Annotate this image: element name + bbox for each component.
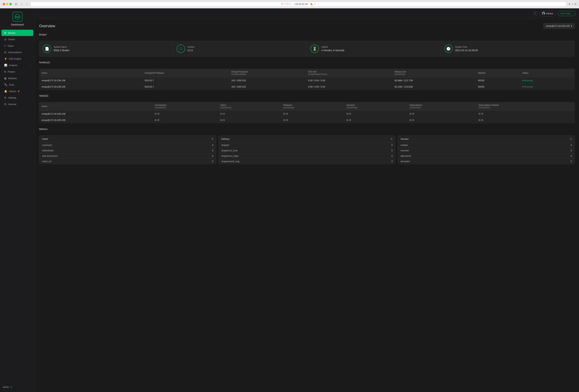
address-bar[interactable]: 🛡 不安全 — 120.55.62.40 🔖 ↻ (31, 2, 567, 6)
chevron-icon: › (30, 58, 31, 60)
metrics-key: discarded (401, 160, 410, 163)
sidebar-item-analysis[interactable]: 📊Analysis› (1, 62, 33, 68)
sidebar-item-general[interactable]: ☰General› (1, 101, 33, 107)
trial-label: Free Trial → (560, 12, 573, 15)
metrics-key: takeovered (401, 155, 411, 157)
sidebar-item-clients[interactable]: ◎Clients (1, 36, 33, 42)
metrics-row: created 0 (398, 143, 575, 148)
node-erlang: R22/10.7 (142, 84, 229, 90)
stat-topics: 0 / 0 (218, 111, 281, 117)
dot-maximize[interactable] (9, 3, 12, 5)
alarm-badge (18, 90, 19, 92)
help-button[interactable]: ? (533, 11, 537, 16)
sidebar-item-subscriptions[interactable]: ⊟Subscriptions (1, 49, 33, 55)
sidebar-item-rule-engine[interactable]: ⚡Rule Engine› (1, 56, 33, 62)
metrics-card-delivery: Delivery ⇅ dropped 0 dropped.no_local 0 … (218, 135, 396, 164)
sidebar-item-label: General (8, 103, 16, 105)
node-processes: 315 / 2097152 (229, 84, 306, 90)
tabs-icon[interactable]: ⧉ (575, 3, 576, 5)
sidebar-item-tools[interactable]: 🔧Tools› (1, 81, 33, 88)
sort-icon[interactable]: ⇅ (212, 138, 213, 140)
stat-shared: 0 / 0 (476, 117, 575, 123)
stat-topics: 0 / 0 (218, 117, 281, 123)
forward-button[interactable]: › (25, 2, 28, 6)
sort-icon[interactable]: ⇅ (570, 138, 572, 140)
settings-icon: ⚙ (4, 96, 6, 99)
sidebar-logo: EMQ Dashboard (0, 8, 35, 29)
metrics-key: connected (42, 144, 52, 146)
version-icon: ⬡ (177, 45, 185, 53)
github-label: GitHub (546, 12, 553, 15)
reader-icon: 🔖 (310, 3, 313, 5)
broker-card-label: System Time (455, 46, 571, 48)
col-cpu: CPU Info(1load/5load/15load) (306, 69, 392, 78)
security-warning: 不安全 — (285, 3, 293, 5)
chevron-icon: › (30, 103, 31, 105)
sidebar-bottom: admin ⎋ (0, 382, 35, 392)
metrics-card-title: Session (401, 138, 409, 140)
browser-actions: ⬆ + ⧉ (569, 3, 576, 5)
metrics-value: 0 (571, 155, 572, 157)
dot-close[interactable] (3, 3, 5, 5)
refresh-icon[interactable]: ↻ (314, 3, 316, 5)
metrics-key: dropped.too_large (221, 155, 238, 157)
node-memory: 92.15M / 123.91M (392, 84, 476, 90)
chevron-icon: › (30, 64, 31, 66)
sidebar-item-plugins[interactable]: ⧉Plugins (1, 69, 33, 75)
node-selector[interactable]: emqx@172.16.239.108 ▾ (543, 23, 575, 29)
back-button[interactable]: ‹ (20, 2, 23, 6)
broker-section: Broker 📄 System Name EMQ X Broker ⬡ Vers… (39, 33, 575, 57)
sidebar-item-modules[interactable]: ▦Modules (1, 75, 33, 81)
plugins-icon: ⧉ (4, 70, 6, 73)
status-dot (522, 80, 523, 81)
emq-logo: EMQ (12, 12, 22, 22)
metrics-key: created (401, 144, 408, 146)
sidebar-item-settings[interactable]: ⚙Settings (1, 94, 33, 101)
page-title: Overview (39, 24, 55, 28)
metrics-row: resumed 0 (398, 148, 575, 153)
nodes-table: Name Erlang/OTP Release Erlang Processes… (39, 69, 575, 90)
sort-icon[interactable]: ⇅ (391, 138, 392, 140)
free-trial-button[interactable]: Free Trial → (558, 11, 576, 16)
stats-col-shared: Subscriptions Shared(count/max) (476, 102, 575, 111)
main-content: Overview emqx@172.16.239.108 ▾ Broker 📄 … (35, 19, 579, 392)
sidebar-item-alarms[interactable]: 🔔Alarms (1, 88, 33, 94)
share-icon[interactable]: ⬆ (569, 3, 571, 5)
stat-sessions: 0 / 0 (344, 117, 407, 123)
node-erlang: R22/10.7 (142, 78, 229, 84)
col-processes: Erlang Processes(used/avaliable) (229, 69, 306, 78)
metrics-row: authenticate 0 (39, 148, 216, 153)
metrics-section-title: Metrics (39, 128, 48, 131)
stat-connections: 0 / 0 (152, 111, 218, 117)
logout-icon[interactable]: ⎋ (10, 385, 12, 389)
new-tab-icon[interactable]: + (572, 3, 573, 5)
col-erlang: Erlang/OTP Release (142, 69, 229, 78)
dot-minimize[interactable] (6, 3, 8, 5)
table-row: emqx@172.16.239.109 0 / 0 0 / 0 5 / 5 0 … (39, 117, 575, 123)
topics-icon: ≡ (4, 44, 5, 47)
stat-name: emqx@172.16.239.109 (39, 117, 152, 123)
sidebar-item-label: Alarms (9, 90, 16, 93)
metrics-card-title: Client (42, 138, 48, 140)
github-button[interactable]: GitHub (540, 11, 556, 16)
sidebar-item-label: Analysis (9, 64, 17, 67)
sidebar-item-topics[interactable]: ≡Topics (1, 43, 33, 49)
sidebar-item-label: Clients (8, 38, 15, 41)
chevron-icon: › (30, 84, 31, 86)
metrics-key: dropped.no_local (221, 149, 237, 152)
stats-col-connections: Connections(count/max) (152, 102, 218, 111)
metrics-card-client: Client ⇅ connected 0 authenticate 0 auth… (39, 135, 216, 164)
sidebar-toggle-button[interactable]: ⊡ (14, 2, 18, 6)
metrics-key: authenticate (42, 149, 53, 152)
metrics-key: dropped (221, 144, 229, 146)
modules-icon: ▦ (4, 77, 6, 80)
metrics-card-session: Session ⇅ created 0 resumed 0 takeovered… (398, 135, 575, 164)
stat-retained: 5 / 5 (281, 117, 344, 123)
address-url: 120.55.62.40 (294, 3, 308, 5)
node-name: emqx@172.16.239.109 (39, 84, 142, 90)
nodes-section-title: Nodes(2) (39, 61, 50, 64)
metrics-card-title: Delivery (221, 138, 230, 140)
broker-card-uptime: ⏳ Uptime 4 minutes, 8 seconds (307, 41, 441, 56)
sidebar-item-monitor[interactable]: ⊞Monitor (1, 30, 33, 36)
status-dot (522, 86, 523, 87)
